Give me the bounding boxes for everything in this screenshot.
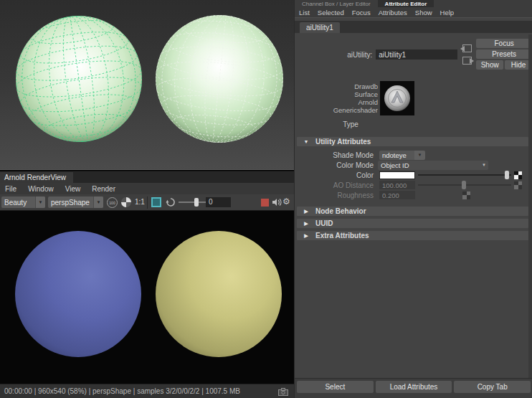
color-mode-select[interactable]: Object ID ▼ [378,161,488,170]
material-swatch[interactable] [380,81,414,115]
chevron-right-icon: ▶ [297,209,315,214]
roughness-row: Roughness 0.200 [295,190,532,200]
menu-help[interactable]: Help [440,9,455,16]
stop-render-icon[interactable] [261,199,269,207]
copy-node-icon[interactable] [462,57,472,65]
ao-distance-field[interactable]: 100.000 [379,181,415,189]
speaker-icon[interactable] [272,197,282,210]
attribute-editor-footer: Select Load Attributes Copy Tab [295,378,532,398]
slider-track [418,174,511,176]
texture-map-icon[interactable] [462,191,470,199]
menu-window[interactable]: Window [28,185,54,193]
color-row: Color [295,170,532,180]
show-button[interactable]: Show [476,60,503,70]
color-label: Color [295,171,374,179]
node-name-input[interactable] [376,49,457,60]
tab-attribute-editor[interactable]: Attribute Editor [378,0,434,7]
node-tabbar: aiUtility1 [295,21,532,33]
chevron-down-icon[interactable]: ▼ [414,151,425,160]
menu-focus[interactable]: Focus [352,9,371,16]
chevron-down-icon: ▼ [35,196,45,208]
region-marquee-icon[interactable] [151,197,161,207]
roughness-field[interactable]: 0.200 [379,191,415,199]
type-line: Genericshader [295,106,378,114]
presets-button[interactable]: Presets [476,49,532,59]
roughness-label: Roughness [295,191,374,199]
right-sphere[interactable] [149,9,290,149]
rendered-blue-sphere [15,231,141,357]
render-status-text: 00:00:00 | 960x540 (58%) | perspShape | … [4,387,240,395]
slider-handle[interactable] [462,181,466,189]
shade-mode-label: Shade Mode [295,151,374,159]
chevron-right-icon: ▶ [297,233,315,239]
menu-list[interactable]: List [299,9,310,16]
color-swatch[interactable] [379,171,415,179]
load-selected-icon[interactable] [462,44,472,52]
section-extra-attributes[interactable]: ▶ Extra Attributes [297,231,528,240]
chevron-down-icon: ▼ [93,196,103,208]
refresh-render-icon[interactable] [166,197,176,210]
type-line: Surface [295,90,378,98]
debug-value-field[interactable]: 0 [206,197,231,207]
section-utility-attributes[interactable]: ▼ Utility Attributes [297,137,528,146]
section-label: Extra Attributes [315,232,369,240]
texture-map-icon[interactable] [514,171,522,179]
texture-map-icon[interactable] [514,181,522,189]
load-attributes-button[interactable]: Load Attributes [376,381,452,393]
left-sphere[interactable] [8,8,151,151]
chevron-down-icon: ▼ [482,163,486,167]
tab-channel-box[interactable]: Channel Box / Layer Editor [295,0,378,7]
shade-mode-row: Shade Mode ndoteye ▼ [295,150,532,160]
maya-viewport[interactable] [0,0,294,170]
type-line: Drawdb [295,82,378,90]
renderview-tab[interactable]: Arnold RenderView [0,172,73,183]
ao-distance-row: AO Distance 100.000 [295,180,532,190]
camera-dropdown-value: perspShape [48,199,93,207]
ipr-quality-icon[interactable] [121,197,131,207]
shade-mode-select[interactable]: ndoteye [379,151,414,160]
snapshot-camera-icon[interactable] [278,388,288,396]
renderview-tabbar: Arnold RenderView [0,171,294,183]
panel-scroll-gutter[interactable] [528,34,532,378]
section-uuid[interactable]: ▶ UUID [297,219,528,228]
camera-dropdown[interactable]: perspShape ▼ [48,196,103,208]
render-image[interactable] [0,211,294,384]
menu-selected[interactable]: Selected [318,9,344,16]
node-tab-aiutility1[interactable]: aiUtility1 [300,22,340,33]
section-label: Utility Attributes [315,138,371,146]
render-status-bar: 00:00:00 | 960x540 (58%) | perspShape | … [0,384,294,398]
slider-handle[interactable] [505,171,509,179]
color-mode-row: Color Mode Object ID ▼ [295,160,532,170]
renderview-toolbar: Beauty ▼ perspShape ▼ 100 1:1 0 [0,194,294,211]
focus-button[interactable]: Focus [476,39,532,48]
node-type-block: Drawdb Surface Arnold Genericshader [295,81,532,115]
node-name-label: aiUtility: [347,51,372,59]
collapsed-sections: ▶ Node Behavior ▶ UUID ▶ Extra Attribute… [295,207,532,240]
slider-handle[interactable] [194,198,199,207]
ao-distance-slider[interactable] [418,180,514,190]
color-slider[interactable] [418,170,514,180]
zoom-ratio-label[interactable]: 1:1 [135,198,145,206]
type-line: Arnold [295,98,378,106]
section-node-behavior[interactable]: ▶ Node Behavior [297,207,528,216]
menu-file[interactable]: File [5,185,16,193]
aov-dropdown[interactable]: Beauty ▼ [1,196,45,208]
arnold-renderview-panel: Arnold RenderView File Window View Rende… [0,171,294,398]
color-mode-label: Color Mode [295,161,374,169]
gear-icon[interactable]: ⚙ [282,196,290,207]
zoom-100-icon[interactable]: 100 [107,197,118,208]
section-label: Node Behavior [315,207,366,215]
copy-tab-button[interactable]: Copy Tab [454,381,531,393]
menu-view[interactable]: View [65,185,81,193]
menu-attributes[interactable]: Attributes [379,9,407,16]
utility-attribute-rows: Shade Mode ndoteye ▼ Color Mode Object I… [295,150,532,200]
ao-distance-label: AO Distance [295,181,374,189]
renderview-menubar: File Window View Render [0,183,294,194]
menu-show[interactable]: Show [415,9,432,16]
viewport-spheres [0,0,294,170]
menu-render[interactable]: Render [92,185,115,193]
select-button[interactable]: Select [297,381,374,393]
attribute-editor-panel: Channel Box / Layer Editor Attribute Edi… [294,0,532,398]
color-mode-value: Object ID [381,161,409,169]
toolbar-divider [147,196,148,209]
